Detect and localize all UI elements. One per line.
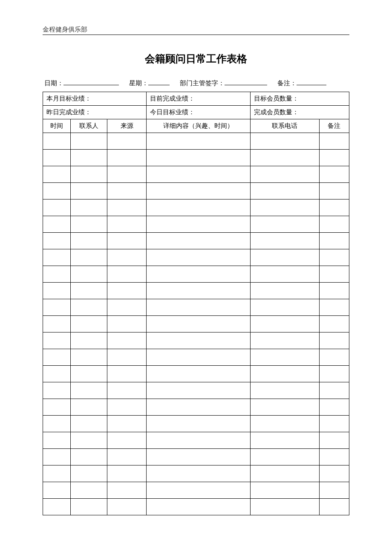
table-cell[interactable] bbox=[250, 482, 319, 499]
table-cell[interactable] bbox=[43, 366, 71, 382]
table-cell[interactable] bbox=[70, 249, 107, 266]
table-cell[interactable] bbox=[70, 366, 107, 382]
table-cell[interactable] bbox=[147, 283, 250, 299]
table-cell[interactable] bbox=[147, 399, 250, 416]
table-cell[interactable] bbox=[70, 199, 107, 216]
table-cell[interactable] bbox=[107, 432, 147, 449]
table-cell[interactable] bbox=[147, 499, 250, 515]
table-cell[interactable] bbox=[250, 183, 319, 199]
table-cell[interactable] bbox=[250, 216, 319, 233]
table-cell[interactable] bbox=[107, 216, 147, 233]
table-cell[interactable] bbox=[319, 150, 349, 166]
table-cell[interactable] bbox=[319, 183, 349, 199]
table-cell[interactable] bbox=[43, 382, 71, 399]
table-cell[interactable] bbox=[43, 249, 71, 266]
table-cell[interactable] bbox=[250, 449, 319, 465]
table-cell[interactable] bbox=[107, 166, 147, 183]
table-cell[interactable] bbox=[107, 233, 147, 249]
note-blank[interactable] bbox=[297, 78, 326, 85]
table-cell[interactable] bbox=[147, 249, 250, 266]
table-cell[interactable] bbox=[319, 299, 349, 316]
table-cell[interactable] bbox=[43, 482, 71, 499]
table-cell[interactable] bbox=[43, 349, 71, 366]
table-cell[interactable] bbox=[147, 299, 250, 316]
table-cell[interactable] bbox=[319, 199, 349, 216]
table-cell[interactable] bbox=[107, 499, 147, 515]
table-cell[interactable] bbox=[107, 332, 147, 349]
table-cell[interactable] bbox=[107, 482, 147, 499]
table-cell[interactable] bbox=[147, 349, 250, 366]
table-cell[interactable] bbox=[250, 133, 319, 150]
table-cell[interactable] bbox=[147, 449, 250, 465]
table-cell[interactable] bbox=[319, 133, 349, 150]
table-cell[interactable] bbox=[250, 349, 319, 366]
table-cell[interactable] bbox=[319, 316, 349, 332]
date-blank[interactable] bbox=[63, 78, 119, 85]
table-cell[interactable] bbox=[147, 133, 250, 150]
table-cell[interactable] bbox=[107, 382, 147, 399]
table-cell[interactable] bbox=[147, 316, 250, 332]
table-cell[interactable] bbox=[250, 166, 319, 183]
table-cell[interactable] bbox=[147, 482, 250, 499]
table-cell[interactable] bbox=[147, 382, 250, 399]
table-cell[interactable] bbox=[319, 465, 349, 482]
table-cell[interactable] bbox=[107, 366, 147, 382]
table-cell[interactable] bbox=[107, 199, 147, 216]
table-cell[interactable] bbox=[70, 416, 107, 432]
table-cell[interactable] bbox=[43, 332, 71, 349]
table-cell[interactable] bbox=[43, 150, 71, 166]
table-cell[interactable] bbox=[250, 249, 319, 266]
table-cell[interactable] bbox=[250, 416, 319, 432]
table-cell[interactable] bbox=[250, 432, 319, 449]
table-cell[interactable] bbox=[70, 266, 107, 283]
table-cell[interactable] bbox=[147, 465, 250, 482]
table-cell[interactable] bbox=[107, 399, 147, 416]
table-cell[interactable] bbox=[43, 166, 71, 183]
table-cell[interactable] bbox=[43, 216, 71, 233]
table-cell[interactable] bbox=[107, 133, 147, 150]
table-cell[interactable] bbox=[70, 316, 107, 332]
table-cell[interactable] bbox=[250, 499, 319, 515]
table-cell[interactable] bbox=[319, 349, 349, 366]
table-cell[interactable] bbox=[43, 133, 71, 150]
table-cell[interactable] bbox=[107, 465, 147, 482]
table-cell[interactable] bbox=[107, 299, 147, 316]
table-cell[interactable] bbox=[107, 416, 147, 432]
table-cell[interactable] bbox=[250, 465, 319, 482]
table-cell[interactable] bbox=[319, 482, 349, 499]
table-cell[interactable] bbox=[319, 432, 349, 449]
table-cell[interactable] bbox=[70, 382, 107, 399]
table-cell[interactable] bbox=[319, 332, 349, 349]
table-cell[interactable] bbox=[107, 449, 147, 465]
table-cell[interactable] bbox=[43, 316, 71, 332]
table-cell[interactable] bbox=[250, 150, 319, 166]
table-cell[interactable] bbox=[70, 233, 107, 249]
table-cell[interactable] bbox=[43, 183, 71, 199]
table-cell[interactable] bbox=[70, 399, 107, 416]
table-cell[interactable] bbox=[319, 233, 349, 249]
table-cell[interactable] bbox=[70, 482, 107, 499]
table-cell[interactable] bbox=[43, 432, 71, 449]
table-cell[interactable] bbox=[250, 283, 319, 299]
table-cell[interactable] bbox=[43, 283, 71, 299]
table-cell[interactable] bbox=[107, 283, 147, 299]
table-cell[interactable] bbox=[250, 332, 319, 349]
table-cell[interactable] bbox=[250, 382, 319, 399]
table-cell[interactable] bbox=[147, 183, 250, 199]
table-cell[interactable] bbox=[43, 233, 71, 249]
table-cell[interactable] bbox=[319, 382, 349, 399]
table-cell[interactable] bbox=[147, 432, 250, 449]
table-cell[interactable] bbox=[70, 216, 107, 233]
table-cell[interactable] bbox=[43, 299, 71, 316]
table-cell[interactable] bbox=[70, 133, 107, 150]
table-cell[interactable] bbox=[250, 316, 319, 332]
table-cell[interactable] bbox=[70, 449, 107, 465]
table-cell[interactable] bbox=[147, 216, 250, 233]
table-cell[interactable] bbox=[319, 416, 349, 432]
table-cell[interactable] bbox=[250, 199, 319, 216]
table-cell[interactable] bbox=[147, 416, 250, 432]
table-cell[interactable] bbox=[319, 283, 349, 299]
table-cell[interactable] bbox=[107, 249, 147, 266]
table-cell[interactable] bbox=[43, 266, 71, 283]
signoff-blank[interactable] bbox=[225, 78, 267, 85]
